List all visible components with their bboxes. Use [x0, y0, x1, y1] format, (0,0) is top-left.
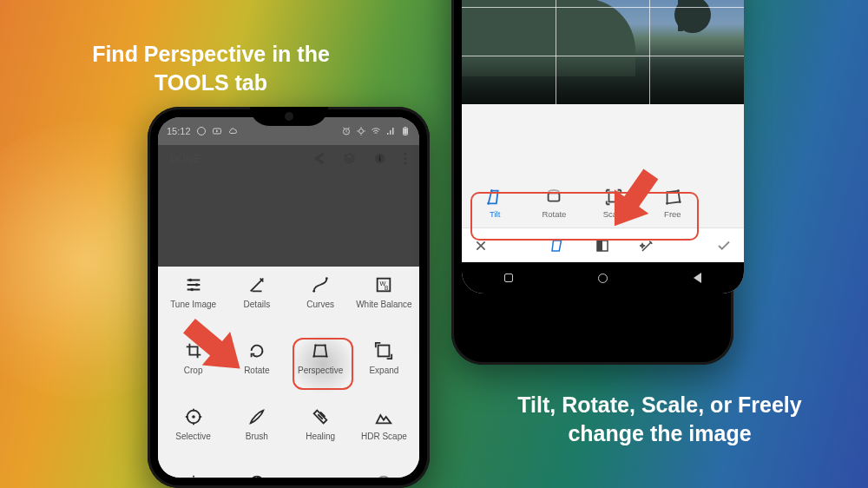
rotate-icon	[247, 341, 266, 360]
tool-label: White Balance	[356, 300, 411, 309]
svg-point-15	[190, 288, 194, 292]
vignette-icon	[184, 473, 203, 478]
image-minaret	[678, 0, 683, 31]
tool-brush[interactable]: Brush	[227, 407, 286, 458]
android-navbar	[462, 262, 744, 293]
youtube-icon	[212, 126, 222, 136]
brush-icon	[247, 407, 266, 426]
white-balance-icon: WB	[374, 275, 393, 294]
tool-label: HDR Scape	[361, 432, 407, 441]
svg-point-27	[192, 415, 195, 419]
tool-white-balance[interactable]: WBWhite Balance	[354, 275, 414, 326]
svg-rect-8	[379, 157, 380, 161]
tool-label: Expand	[369, 366, 398, 375]
svg-rect-5	[404, 127, 406, 128]
tool-label: Healing	[306, 432, 335, 441]
tool-details[interactable]: Details	[227, 275, 286, 326]
contrast-icon	[247, 473, 266, 478]
svg-point-14	[194, 283, 198, 287]
svg-point-13	[188, 279, 192, 282]
location-icon	[356, 126, 366, 136]
status-right	[341, 126, 411, 136]
layers-icon[interactable]	[343, 152, 356, 165]
svg-point-10	[404, 152, 407, 155]
tool-label: Rotate	[244, 366, 269, 375]
tool-label: Tune Image	[170, 300, 216, 309]
tool-healing[interactable]: Healing	[291, 407, 351, 458]
nav-home[interactable]	[598, 274, 608, 283]
tool-partial[interactable]	[227, 473, 286, 478]
gridline	[556, 0, 556, 104]
caption-right: Tilt, Rotate, Scale, or Freely change th…	[495, 391, 825, 447]
tool-label: Crop	[184, 366, 203, 375]
tool-label: Selective	[175, 432, 211, 441]
notch	[250, 107, 328, 126]
caption-left: Find Perspective in the TOOLS tab	[68, 40, 354, 96]
signal-icon	[385, 126, 396, 136]
battery-icon	[400, 126, 411, 136]
nav-back[interactable]	[694, 273, 701, 283]
done-button[interactable]: DONE	[170, 153, 201, 165]
tool-partial[interactable]	[291, 473, 351, 478]
tool-tune-image[interactable]: Tune Image	[163, 275, 223, 326]
glow-icon	[374, 473, 393, 478]
phone-right: TiltRotateScaleFree	[451, 0, 733, 365]
hdr-icon	[374, 407, 393, 426]
tool-partial[interactable]	[354, 473, 414, 478]
screen-left: 15:12 DONE	[158, 117, 419, 478]
tool-label: Brush	[246, 432, 268, 441]
svg-point-17	[326, 277, 328, 280]
tool-partial[interactable]	[163, 473, 223, 478]
share-icon[interactable]	[312, 152, 326, 165]
svg-point-16	[312, 290, 315, 293]
status-time: 15:12	[167, 126, 191, 136]
gridline	[649, 0, 650, 104]
sliders-icon	[184, 275, 203, 294]
tools-panel: Tune ImageDetailsCurvesWBWhite BalanceCr…	[158, 267, 419, 478]
tool-rotate[interactable]: Rotate	[227, 341, 286, 392]
expand-icon	[374, 341, 393, 360]
healing-icon	[311, 407, 330, 426]
wifi-icon	[371, 126, 381, 136]
tool-crop[interactable]: Crop	[163, 341, 223, 392]
gridline	[462, 56, 744, 56]
tool-selective[interactable]: Selective	[163, 407, 223, 458]
svg-rect-41	[597, 241, 602, 251]
svg-point-12	[404, 162, 407, 165]
svg-point-0	[197, 128, 205, 135]
alarm-icon	[341, 126, 352, 136]
selective-icon	[184, 407, 203, 426]
gridline	[462, 7, 744, 8]
toolbar-highlight	[470, 192, 699, 241]
tool-curves[interactable]: Curves	[291, 275, 351, 326]
phone-left: 15:12 DONE	[148, 107, 430, 488]
curves-icon	[311, 275, 330, 294]
svg-text:B: B	[385, 285, 388, 291]
tool-label: Details	[244, 300, 271, 309]
svg-rect-6	[404, 129, 407, 135]
edit-spacer	[462, 104, 744, 179]
tool-label: Curves	[306, 300, 334, 309]
tool-expand[interactable]: Expand	[354, 341, 414, 392]
status-left: 15:12	[167, 126, 238, 136]
details-icon	[247, 275, 266, 294]
svg-point-31	[378, 477, 391, 478]
edit-image[interactable]	[462, 0, 744, 104]
edit-image-wrap	[462, 0, 744, 104]
confirm-icon[interactable]	[716, 238, 732, 254]
svg-point-11	[404, 157, 407, 160]
cloud-icon	[227, 126, 238, 136]
viber-icon	[196, 126, 207, 136]
app-dim-overlay: DONE	[158, 145, 419, 267]
info-icon[interactable]	[373, 152, 386, 165]
crop-icon	[184, 341, 203, 360]
drama-icon	[311, 473, 330, 478]
more-icon[interactable]	[404, 152, 407, 165]
tool-hdr-scape[interactable]: HDR Scape	[354, 407, 414, 458]
svg-point-9	[379, 155, 381, 157]
image-crowd	[462, 56, 744, 104]
nav-recent[interactable]	[504, 274, 513, 282]
svg-point-3	[359, 129, 364, 134]
screen-right: TiltRotateScaleFree	[462, 0, 744, 293]
perspective-highlight	[293, 338, 353, 390]
